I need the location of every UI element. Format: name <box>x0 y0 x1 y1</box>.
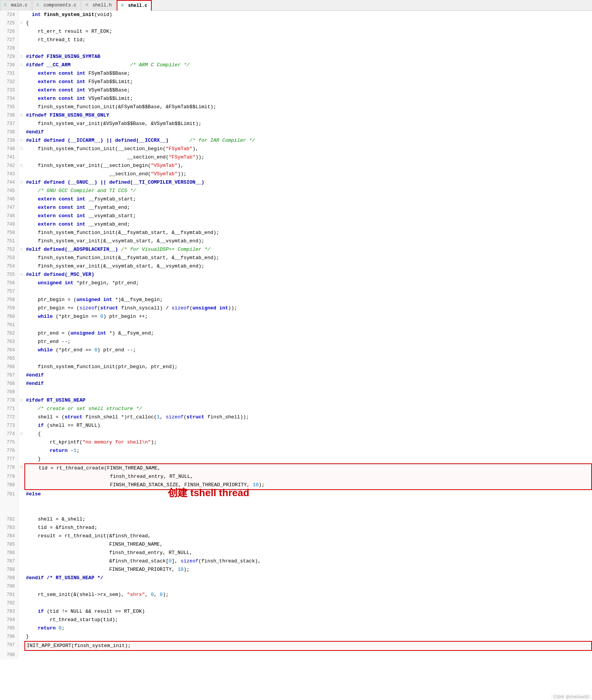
code-line-772: 772 shell = (struct finsh_shell *)rt_cal… <box>0 413 592 421</box>
code-line-742: 742 □ finsh_system_var_init(__section_be… <box>0 162 592 170</box>
code-line-728: 728 <box>0 44 592 53</box>
code-line-797: 797 INIT_APP_EXPORT(finsh_system_init); <box>0 641 592 651</box>
code-line-767: 767 #endif <box>0 371 592 380</box>
code-line-789: 789 #endif /* RT_USING_HEAP */ <box>0 574 592 582</box>
code-line-778: 778 □ tid = rt_thread_create(FINSH_THREA… <box>0 463 592 473</box>
code-line-724: 724 int finsh_system_init(void) <box>0 11 592 19</box>
code-line-735: 735 finsh_system_function_init(&FSymTab$… <box>0 103 592 111</box>
annotation-text: 创建 tshell thread <box>168 489 249 497</box>
code-line-764: 764 while (*ptr_end == 0) ptr_end --; <box>0 346 592 354</box>
code-line-734: 734 extern const int VSymTab$$Limit; <box>0 95 592 103</box>
code-line-743: 743 __section_end("VSymTab")); <box>0 170 592 178</box>
code-line-795: 795 return 0; <box>0 624 592 633</box>
code-line-756: 756 unsigned int *ptr_begin, *ptr_end; <box>0 279 592 287</box>
code-line-757: 757 <box>0 287 592 296</box>
code-line-769: 769 <box>0 388 592 396</box>
code-line-745: 745 /* GNU GCC Compiler and TI CCS */ <box>0 187 592 195</box>
code-line-771: 771 /* create or set shell structure */ <box>0 405 592 413</box>
code-line-787: 787 &finsh_thread_stack[0], sizeof(finsh… <box>0 557 592 565</box>
code-line-780: 780 FINSH_THREAD_STACK_SIZE, FINSH_THREA… <box>0 481 592 490</box>
tab-bar: C main.c C components.c H shell.h C shel… <box>0 0 592 11</box>
code-line-740: 740 □ finsh_system_function_init(__secti… <box>0 145 592 153</box>
code-line-755: 755 □ #elif defined(_MSC_VER) <box>0 271 592 279</box>
code-line-750: 750 finsh_system_function_init(&__fsymta… <box>0 229 592 237</box>
code-line-784: 784 result = rt_thread_init(&finsh_threa… <box>0 532 592 540</box>
code-line-746: 746 extern const int __fsymtab_start; <box>0 195 592 203</box>
code-line-747: 747 extern const int __fsymtab_end; <box>0 203 592 212</box>
code-line-770: 770 □ #ifdef RT_USING_HEAP <box>0 396 592 405</box>
code-line-731: 731 extern const int FSymTab$$Base; <box>0 69 592 78</box>
code-line-754: 754 finsh_system_var_init(&__vsymtab_sta… <box>0 262 592 271</box>
code-line-763: 763 ptr_end --; <box>0 338 592 346</box>
code-line-794: 794 rt_thread_startup(tid); <box>0 616 592 624</box>
code-line-793: 793 if (tid != NULL && result == RT_EOK) <box>0 607 592 616</box>
code-line-796: 796 } <box>0 633 592 641</box>
tab-components-c[interactable]: C components.c <box>32 0 80 11</box>
code-line-792: 792 <box>0 599 592 607</box>
code-line-781: 781 #else 创建 tshell thread <box>0 490 592 515</box>
code-line-749: 749 extern const int __vsymtab_end; <box>0 220 592 229</box>
code-line-783: 783 tid = &finsh_thread; <box>0 524 592 532</box>
code-line-748: 748 extern const int __vsymtab_start; <box>0 212 592 220</box>
code-line-759: 759 ptr_begin += (sizeof(struct finsh_sy… <box>0 304 592 312</box>
code-line-761: 761 <box>0 321 592 329</box>
tab-shell-h[interactable]: H shell.h <box>82 0 116 11</box>
code-line-782: 782 shell = &_shell; <box>0 515 592 524</box>
code-line-741: 741 __section_end("FSymTab")); <box>0 153 592 162</box>
code-line-762: 762 ptr_end = (unsigned int *) &__fsym_e… <box>0 329 592 338</box>
code-line-753: 753 finsh_system_function_init(&__fsymta… <box>0 254 592 262</box>
code-line-788: 788 FINSH_THREAD_PRIORITY, 10); <box>0 565 592 574</box>
code-line-765: 765 <box>0 354 592 363</box>
c-file-icon3: C <box>121 3 127 8</box>
code-line-758: 758 ptr_begin = (unsigned int *)&__fsym_… <box>0 296 592 304</box>
code-line-775: 775 rt_kprintf("no memory for shell\n"); <box>0 438 592 447</box>
code-editor: 724 int finsh_system_init(void) 725 □ { … <box>0 11 592 659</box>
code-line-774: 774 □ { <box>0 430 592 438</box>
code-line-744: 744 □ #elif defined (__GNUC__) || define… <box>0 178 592 187</box>
code-line-776: 776 return -1; <box>0 447 592 455</box>
h-file-icon: H <box>86 3 91 8</box>
code-line-798: 798 <box>0 651 592 659</box>
code-line-752: 752 □ #elif defined(__ADSPBLACKFIN__) /*… <box>0 245 592 254</box>
code-line-785: 785 FINSH_THREAD_NAME, <box>0 540 592 549</box>
code-line-726: 726 rt_err_t result = RT_EOK; <box>0 27 592 36</box>
tab-shell-c[interactable]: C shell.c <box>117 0 152 11</box>
code-line-791: 791 rt_sem_init(&(shell->rx_sem), "shrx"… <box>0 591 592 599</box>
c-file-icon2: C <box>37 3 42 8</box>
code-line-790: 790 <box>0 582 592 591</box>
code-line-737: 737 finsh_system_var_init(&VSymTab$$Base… <box>0 120 592 128</box>
code-line-751: 751 finsh_system_var_init(&__vsymtab_sta… <box>0 237 592 245</box>
code-line-730: 730 □ #ifdef __CC_ARM /* ARM C Compiler … <box>0 61 592 69</box>
code-line-733: 733 extern const int VSymTab$$Base; <box>0 86 592 95</box>
code-line-739: 739 □ #elif defined (__ICCARM__) || defi… <box>0 136 592 145</box>
code-line-768: 768 #endif <box>0 380 592 388</box>
code-line-729: 729 □ #ifdef FINSH_USING_SYMTAB <box>0 53 592 61</box>
code-line-773: 773 if (shell == RT_NULL) <box>0 421 592 430</box>
tab-main-c[interactable]: C main.c <box>0 0 32 11</box>
code-line-777: 777 } <box>0 455 592 463</box>
code-line-725: 725 □ { <box>0 19 592 27</box>
code-line-779: 779 finsh_thread_entry, RT_NULL, <box>0 473 592 481</box>
code-line-736: 736 □ #ifndef FINSH_USING_MSH_ONLY <box>0 111 592 120</box>
code-line-766: 766 finsh_system_function_init(ptr_begin… <box>0 363 592 371</box>
c-file-icon: C <box>4 3 10 8</box>
code-line-760: 760 while (*ptr_begin == 0) ptr_begin ++… <box>0 312 592 321</box>
code-line-786: 786 finsh_thread_entry, RT_NULL, <box>0 549 592 557</box>
code-line-727: 727 rt_thread_t tid; <box>0 36 592 44</box>
code-line-738: 738 #endif <box>0 128 592 136</box>
code-line-732: 732 extern const int FSymTab$$Limit; <box>0 78 592 86</box>
